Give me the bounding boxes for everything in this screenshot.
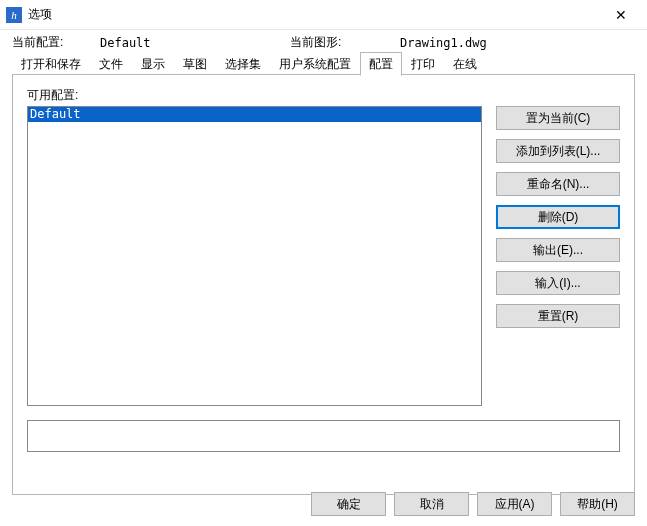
add-to-list-button[interactable]: 添加到列表(L)... [496,139,620,163]
description-box [27,420,620,452]
current-drawing-label: 当前图形: [290,34,400,51]
rename-button[interactable]: 重命名(N)... [496,172,620,196]
tab-online[interactable]: 在线 [444,52,486,75]
actions-column: 置为当前(C) 添加到列表(L)... 重命名(N)... 删除(D) 输出(E… [496,106,620,406]
window-title: 选项 [28,6,601,23]
apply-button[interactable]: 应用(A) [477,492,552,516]
tab-profiles[interactable]: 配置 [360,52,402,76]
tab-selection[interactable]: 选择集 [216,52,270,75]
close-button[interactable]: ✕ [601,7,641,23]
set-current-button[interactable]: 置为当前(C) [496,106,620,130]
export-button[interactable]: 输出(E)... [496,238,620,262]
list-item[interactable]: Default [28,107,481,122]
profiles-listbox[interactable]: Default [27,106,482,406]
title-bar: h 选项 ✕ [0,0,647,30]
app-icon: h [6,7,22,23]
cancel-button[interactable]: 取消 [394,492,469,516]
tab-user-prefs[interactable]: 用户系统配置 [270,52,360,75]
delete-button[interactable]: 删除(D) [496,205,620,229]
available-profiles-label: 可用配置: [27,87,620,104]
tab-files[interactable]: 文件 [90,52,132,75]
dialog-footer: 确定 取消 应用(A) 帮助(H) [311,492,635,516]
ok-button[interactable]: 确定 [311,492,386,516]
current-drawing-value: Drawing1.dwg [400,36,487,50]
tab-strip: 打开和保存 文件 显示 草图 选择集 用户系统配置 配置 打印 在线 [0,53,647,75]
help-button[interactable]: 帮助(H) [560,492,635,516]
tab-drafting[interactable]: 草图 [174,52,216,75]
tab-panel: 可用配置: Default 置为当前(C) 添加到列表(L)... 重命名(N)… [12,75,635,495]
current-profile-value: Default [100,36,290,50]
tab-display[interactable]: 显示 [132,52,174,75]
tab-open-save[interactable]: 打开和保存 [12,52,90,75]
tab-plot[interactable]: 打印 [402,52,444,75]
reset-button[interactable]: 重置(R) [496,304,620,328]
current-profile-label: 当前配置: [12,34,100,51]
import-button[interactable]: 输入(I)... [496,271,620,295]
info-row: 当前配置: Default 当前图形: Drawing1.dwg [0,30,647,53]
